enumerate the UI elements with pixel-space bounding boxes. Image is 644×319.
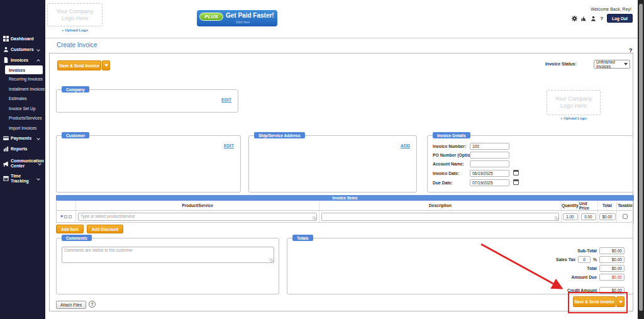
sidebar: Dashboard Customers Invoices Invoices Re… bbox=[0, 0, 45, 319]
subtotal-label: Sub-Total bbox=[577, 249, 597, 253]
invoice-status-select[interactable]: Unfinished Invoices bbox=[594, 60, 630, 69]
create-invoice-panel: Save & Send Invoice Invoice Status: Unfi… bbox=[49, 53, 633, 311]
column-header-empty bbox=[57, 201, 75, 210]
totals-section: Totals Sub-Total Sales Tax % Total Amoun… bbox=[287, 238, 633, 294]
sidebar-item-label: Reports bbox=[11, 147, 38, 152]
vertical-scrollbar[interactable] bbox=[638, 0, 644, 319]
description-input[interactable] bbox=[321, 213, 559, 221]
sales-tax-row: Sales Tax % bbox=[556, 256, 625, 263]
total-label: Total bbox=[587, 266, 597, 271]
column-header-description: Description bbox=[319, 201, 561, 210]
chevron-down-icon bbox=[104, 64, 108, 67]
sidebar-subitem-import-invoices[interactable]: Import Invoices bbox=[0, 123, 45, 133]
due-date-label: Due Date: bbox=[433, 181, 453, 185]
thumbs-up-icon[interactable] bbox=[581, 16, 587, 21]
resize-grip[interactable] bbox=[270, 259, 274, 262]
invoice-items-header-row: Product/Service Description Quantity Uni… bbox=[57, 201, 633, 211]
po-number-input[interactable] bbox=[470, 152, 509, 159]
taxable-checkbox[interactable] bbox=[623, 214, 628, 219]
reports-icon bbox=[3, 146, 9, 152]
sales-tax-amount-input bbox=[599, 256, 625, 263]
column-header-quantity: Quantity bbox=[561, 201, 579, 210]
invoice-items-header: Invoice Items bbox=[56, 195, 634, 201]
invoice-logo-placeholder[interactable]: Your Company Logo Here bbox=[547, 90, 601, 115]
sidebar-subitem-invoices[interactable]: Invoices bbox=[5, 65, 43, 74]
sidebar-item-label: Payments bbox=[11, 136, 37, 141]
product-service-input[interactable] bbox=[78, 213, 317, 221]
company-section: Company EDIT bbox=[56, 89, 238, 113]
save-send-invoice-button-bottom[interactable]: Save & Send Invoice bbox=[573, 296, 616, 307]
calendar-icon[interactable] bbox=[513, 170, 519, 176]
sales-tax-rate-input[interactable] bbox=[578, 256, 591, 263]
invoice-date-input[interactable] bbox=[470, 170, 509, 177]
add-discount-button[interactable]: Add Discount bbox=[87, 225, 123, 233]
invoice-date-label: Invoice Date: bbox=[433, 171, 459, 176]
save-send-invoice-button[interactable]: Save & Send Invoice bbox=[57, 60, 101, 70]
sidebar-item-invoices[interactable]: Invoices bbox=[0, 55, 45, 65]
sidebar-subitem-recurring-invoices[interactable]: Recurring Invoices bbox=[0, 74, 45, 84]
unit-price-input[interactable] bbox=[581, 213, 596, 220]
total-input[interactable] bbox=[599, 213, 616, 220]
company-logo-placeholder[interactable]: Your Company Logo Here bbox=[47, 3, 103, 26]
invoice-details-legend: Invoice Details bbox=[433, 132, 470, 138]
company-legend: Company bbox=[62, 86, 89, 92]
upload-logo-link[interactable]: + Upload Logo bbox=[47, 28, 103, 32]
sidebar-subitem-invoice-set-up[interactable]: Invoice Set Up bbox=[0, 104, 45, 114]
comments-input[interactable] bbox=[62, 247, 274, 263]
move-row-up-icon[interactable] bbox=[64, 215, 67, 218]
sidebar-item-label: Customers bbox=[11, 47, 37, 52]
calendar-icon[interactable] bbox=[513, 179, 519, 185]
column-header-total: Total bbox=[597, 201, 616, 210]
gear-icon[interactable] bbox=[572, 16, 577, 21]
sidebar-item-payments[interactable]: Payments bbox=[0, 133, 45, 143]
attach-files-button[interactable]: Attach Files bbox=[56, 301, 86, 309]
unit-price-cell bbox=[579, 211, 597, 222]
sidebar-item-label: Invoices bbox=[11, 58, 37, 63]
sidebar-item-label: Dashboard bbox=[11, 36, 38, 42]
account-name-input[interactable] bbox=[470, 160, 509, 167]
invoice-item-row: × bbox=[57, 211, 633, 222]
invoice-items-table: Product/Service Description Quantity Uni… bbox=[56, 201, 634, 223]
chevron-down-icon bbox=[36, 48, 40, 52]
logout-button[interactable]: Log Out bbox=[607, 14, 633, 23]
scrollbar-thumb[interactable] bbox=[639, 4, 643, 311]
upload-logo-link[interactable]: + Upload Logo bbox=[547, 116, 601, 120]
header-controls: ? Log Out bbox=[572, 14, 633, 23]
sidebar-subitem-estimates[interactable]: Estimates bbox=[0, 94, 45, 104]
sidebar-item-customers[interactable]: Customers bbox=[0, 44, 45, 55]
banner-click-here[interactable]: Click here bbox=[236, 20, 250, 24]
communication-center-icon bbox=[3, 161, 9, 167]
sidebar-item-reports[interactable]: Reports bbox=[0, 143, 45, 154]
remove-row-icon[interactable]: × bbox=[60, 214, 64, 219]
logo-placeholder-line2: Logo Here bbox=[560, 103, 587, 109]
attach-help-icon[interactable]: ? bbox=[89, 301, 96, 308]
comments-section: Comments bbox=[56, 238, 279, 294]
total-cell bbox=[597, 211, 616, 222]
sidebar-item-time-tracking[interactable]: Time Tracking bbox=[0, 173, 45, 184]
company-edit-link[interactable]: EDIT bbox=[221, 98, 231, 102]
customer-edit-link[interactable]: EDIT bbox=[224, 143, 234, 148]
invoices-icon bbox=[3, 57, 9, 63]
get-paid-faster-banner[interactable]: PLUS Get Paid Faster! Click here bbox=[197, 10, 277, 26]
amount-due-label: Amount Due bbox=[572, 275, 597, 279]
save-send-dropdown-button-bottom[interactable] bbox=[616, 296, 625, 307]
quantity-cell bbox=[561, 211, 579, 222]
due-date-input[interactable] bbox=[470, 179, 509, 186]
ship-service-address-section: Ship/Service Address ADD bbox=[248, 135, 417, 193]
sidebar-item-communication-center[interactable]: Communication Center bbox=[0, 154, 45, 173]
ship-address-add-link[interactable]: ADD bbox=[401, 143, 410, 148]
user-icon[interactable] bbox=[591, 16, 596, 21]
resize-grip[interactable] bbox=[313, 216, 316, 220]
move-row-down-icon[interactable] bbox=[69, 215, 72, 218]
page-title: Create Invoice bbox=[57, 42, 97, 48]
chevron-down-icon bbox=[36, 137, 40, 140]
quantity-input[interactable] bbox=[563, 213, 578, 220]
help-icon[interactable]: ? bbox=[600, 16, 603, 21]
sidebar-item-dashboard[interactable]: Dashboard bbox=[0, 33, 45, 44]
invoice-number-input[interactable] bbox=[470, 143, 509, 150]
sidebar-subitem-products-services[interactable]: Products/Services bbox=[0, 113, 45, 123]
sidebar-subitem-installment-invoices[interactable]: Installment Invoices bbox=[0, 84, 45, 94]
resize-grip[interactable] bbox=[555, 216, 558, 220]
save-send-dropdown-button[interactable] bbox=[102, 60, 110, 70]
add-item-button[interactable]: Add Item bbox=[56, 225, 84, 233]
